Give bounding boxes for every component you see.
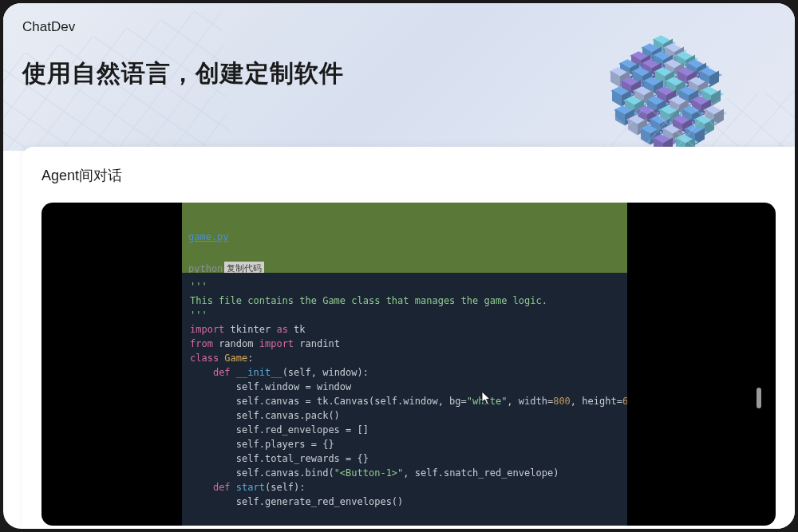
code-text: "<Button-1>": [334, 467, 404, 479]
code-text: def: [213, 482, 231, 493]
code-text: ''': [190, 281, 207, 292]
file-link[interactable]: game.py: [188, 231, 229, 242]
code-text: __init__: [236, 367, 282, 378]
code-text: tkinter: [231, 324, 271, 335]
section-title: Agent间对话: [41, 166, 122, 185]
code-text: start: [236, 482, 265, 493]
code-text: self.canvas.bind(: [236, 467, 334, 479]
code-text: def: [213, 367, 231, 378]
code-text: randint: [299, 338, 340, 349]
brand-title: ChatDev: [22, 19, 75, 35]
code-text: self.total_rewards = {}: [236, 453, 369, 464]
code-text: self.generate_red_envelopes(): [236, 496, 404, 507]
code-text: import: [259, 338, 294, 349]
code-text: self.players = {}: [236, 439, 334, 450]
code-text: This file contains the Game class that m…: [190, 295, 547, 306]
code-block[interactable]: ''' This file contains the Game class th…: [182, 273, 627, 526]
code-text: self.red_envelopes = []: [236, 424, 369, 435]
code-text: self.canvas = tk.Canvas(self.window, bg=: [236, 396, 467, 407]
code-text: Game: [224, 353, 247, 364]
code-text: (self):: [265, 482, 306, 493]
code-text: , height=: [571, 396, 622, 407]
code-text: import: [190, 324, 224, 335]
decorative-cubes: [603, 33, 739, 151]
content-card: Agent间对话 game.py python 复制代码 ''' This fi…: [22, 147, 795, 529]
page-headline: 使用自然语言，创建定制软件: [22, 57, 344, 90]
code-text: from: [190, 338, 213, 349]
app-window: ChatDev 使用自然语言，创建定制软件 Agent间对话 game.py p…: [3, 3, 795, 529]
code-text: class: [190, 353, 219, 364]
code-text: ''': [190, 309, 207, 321]
code-text: self.canvas.pack(): [236, 410, 340, 421]
conversation-panel: game.py python 复制代码 ''' This file contai…: [41, 203, 776, 526]
scrollbar-thumb[interactable]: [757, 388, 761, 408]
code-text: 800: [553, 396, 571, 407]
code-text: , width=: [507, 396, 553, 407]
code-text: random: [219, 338, 253, 349]
code-text: "white": [467, 396, 508, 407]
code-text: (self, window):: [282, 367, 369, 378]
code-text: as: [276, 324, 287, 335]
code-text: self.window = window: [236, 381, 352, 392]
code-text: tk: [294, 324, 305, 335]
code-text: 600: [622, 396, 627, 407]
code-text: , self.snatch_red_envelope): [403, 467, 559, 479]
